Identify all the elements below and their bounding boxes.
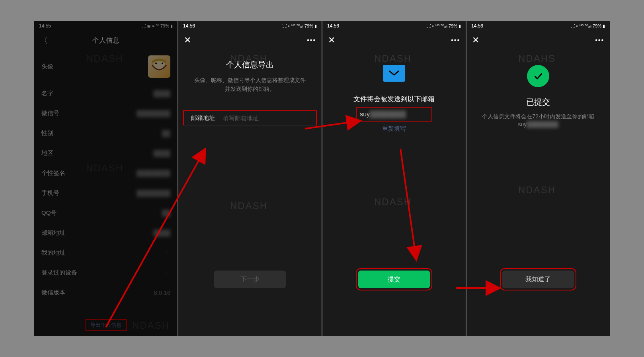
row-signature[interactable]: 个性签名████████	[34, 163, 178, 183]
row-my-address[interactable]: 我的地址〉	[34, 243, 178, 263]
row-email[interactable]: 邮箱地址████	[34, 223, 178, 243]
close-icon[interactable]: ✕	[472, 35, 479, 45]
status-icons: ⛶ ◉ ≈ ⁵ᴳ 79%▮	[141, 24, 173, 29]
svg-point-1	[155, 63, 157, 64]
status-time: 14:56	[327, 23, 339, 29]
more-icon[interactable]: •••	[451, 37, 460, 44]
screen-confirm-email: 14:56 ⛶ ⩰ ᴴᴰ ⁵ᴳₐₗₗ 79%▮ ✕ ••• NDASH NDAS…	[322, 21, 466, 336]
chevron-icon: 〉	[166, 269, 170, 276]
success-icon	[527, 65, 549, 87]
watermark: NDASH	[230, 53, 267, 64]
nav-bar: ✕ •••	[178, 31, 322, 50]
chevron-icon: 〉	[166, 249, 170, 256]
status-time: 14:56	[471, 23, 483, 29]
row-qq[interactable]: QQ号██	[34, 203, 178, 223]
status-bar: 14:56 ⛶ ⩰ ᴴᴰ ⁵ᴳₐₗₗ 79%▮	[466, 21, 610, 31]
reenter-link[interactable]: 重新填写	[322, 125, 466, 133]
status-time: 14:56	[183, 23, 195, 29]
svg-point-2	[162, 63, 163, 64]
watermark: NDASH	[374, 53, 412, 64]
submitted-email: suy████████	[466, 121, 610, 128]
confirm-email: suy████████	[322, 111, 466, 118]
watermark: NDASH	[230, 200, 267, 212]
email-input-row: 邮箱地址	[183, 110, 317, 126]
row-region[interactable]: 地区████	[34, 143, 178, 163]
more-icon[interactable]: •••	[595, 37, 604, 44]
row-avatar[interactable]: 头像	[34, 50, 178, 83]
status-bar: 14:55 ⛶ ◉ ≈ ⁵ᴳ 79%▮	[34, 21, 178, 31]
watermark: NDASH	[374, 196, 412, 208]
row-name[interactable]: 名字████	[34, 83, 178, 103]
back-icon[interactable]: 〈	[40, 35, 48, 46]
status-icons: ⛶ ⩰ ᴴᴰ ⁵ᴳₐₗₗ 79%▮	[426, 24, 461, 29]
nav-bar: 〈 个人信息	[34, 31, 178, 50]
screen-export-email-input: 14:56 ⛶ ⩰ ᴴᴰ ⁵ᴳₐₗₗ 79%▮ ✕ ••• NDASH NDAS…	[178, 21, 322, 336]
more-icon[interactable]: •••	[307, 37, 316, 44]
row-gender[interactable]: 性别██	[34, 123, 178, 143]
watermark: NDASH	[132, 320, 170, 331]
i-know-button[interactable]: 我知道了	[502, 271, 574, 288]
row-label: 头像	[41, 63, 53, 71]
export-personal-info-link[interactable]: 导出个人信息	[85, 319, 127, 331]
submitted-title: 已提交	[466, 97, 610, 108]
status-icons: ⛶ ⩰ ᴴᴰ ⁵ᴳₐₗₗ 79%▮	[282, 24, 317, 29]
submit-button[interactable]: 提交	[358, 271, 430, 288]
email-label: 邮箱地址	[191, 114, 223, 122]
nav-bar: ✕ •••	[322, 31, 466, 50]
screen-submitted: 14:56 ⛶ ⩰ ᴴᴰ ⁵ᴳₐₗₗ 79%▮ ✕ ••• NDAHS NDAS…	[466, 21, 610, 336]
row-devices[interactable]: 登录过的设备〉	[34, 263, 178, 282]
row-wechat-id[interactable]: 微信号████████	[34, 103, 178, 123]
status-bar: 14:56 ⛶ ⩰ ᴴᴰ ⁵ᴳₐₗₗ 79%▮	[322, 21, 466, 31]
page-title: 个人信息	[92, 36, 119, 45]
next-button[interactable]: 下一步	[214, 271, 286, 288]
watermark: NDAHS	[518, 53, 556, 64]
row-version[interactable]: 微信版本8.0.16	[34, 282, 178, 302]
watermark: NDASH	[518, 184, 556, 196]
confirm-text: 文件将会被发送到以下邮箱	[322, 94, 466, 104]
email-input[interactable]	[223, 115, 309, 122]
avatar-image	[148, 55, 170, 78]
export-desc: 头像、昵称、微信号等个人信息将整理成文件并发送到你的邮箱。	[178, 76, 322, 94]
status-bar: 14:56 ⛶ ⩰ ᴴᴰ ⁵ᴳₐₗₗ 79%▮	[178, 21, 322, 31]
status-time: 14:55	[39, 23, 51, 29]
status-icons: ⛶ ⩰ ᴴᴰ ⁵ᴳₐₗₗ 79%▮	[570, 24, 605, 29]
nav-bar: ✕ •••	[466, 31, 610, 50]
mail-icon	[383, 65, 405, 82]
close-icon[interactable]: ✕	[328, 35, 335, 45]
row-phone[interactable]: 手机号████████	[34, 183, 178, 203]
submitted-desc: 个人信息文件将会在72小时内发送至你的邮箱	[466, 113, 610, 120]
close-icon[interactable]: ✕	[184, 35, 191, 45]
screen-personal-info: 14:55 ⛶ ◉ ≈ ⁵ᴳ 79%▮ 〈 个人信息 NDASH NDASH N…	[34, 21, 178, 336]
